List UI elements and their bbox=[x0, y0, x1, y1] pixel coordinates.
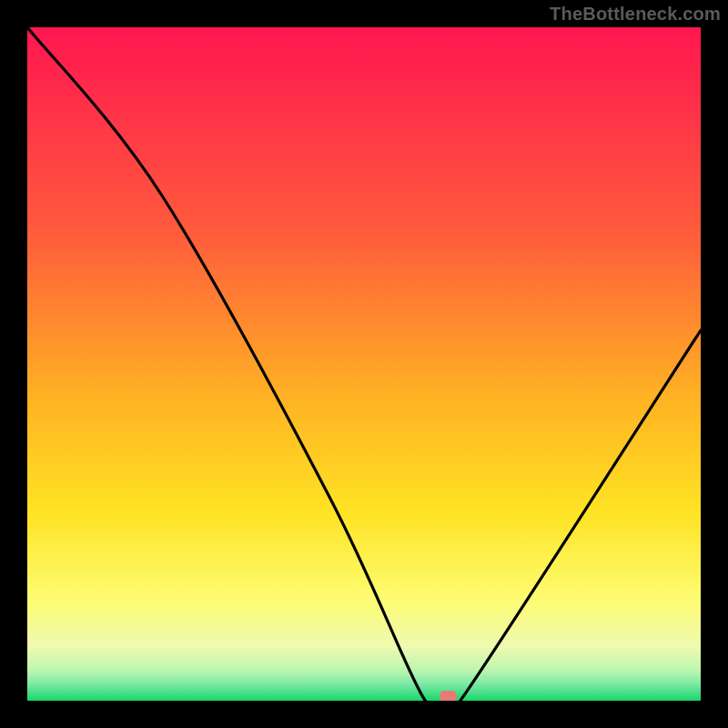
curve-line bbox=[27, 27, 701, 701]
plot-area bbox=[27, 27, 701, 701]
optimal-marker bbox=[440, 691, 457, 701]
watermark-text: TheBottleneck.com bbox=[550, 4, 721, 25]
chart-container: TheBottleneck.com bbox=[0, 0, 728, 728]
